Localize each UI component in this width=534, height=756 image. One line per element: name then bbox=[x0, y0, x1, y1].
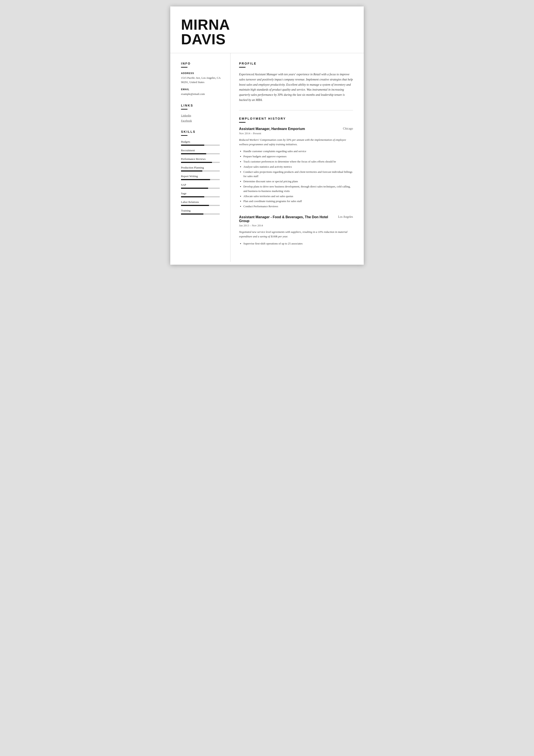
bullet-item: Allocate sales territories and set sales… bbox=[243, 194, 353, 199]
skill-bar-fill bbox=[181, 213, 203, 215]
email-value: example@email.com bbox=[181, 92, 224, 96]
main-content: PROFILE Experienced Assistant Manager wi… bbox=[230, 53, 364, 262]
links-underline bbox=[181, 109, 188, 110]
skill-bar-bg bbox=[181, 196, 220, 197]
bullet-item: Plan and coordinate training programs fo… bbox=[243, 199, 353, 203]
employment-underline bbox=[239, 122, 245, 123]
job-header: Assistant Manager - Food & Beverages, Th… bbox=[239, 215, 353, 223]
resume-document: MIRNA DAVIS INFO ADDRESS 1515 Pacific Av… bbox=[170, 7, 364, 265]
bullet-item: Track customer preferences to determine … bbox=[243, 159, 353, 164]
profile-title: PROFILE bbox=[239, 62, 353, 65]
skills-section: SKILLS Budgets Recruitment Performance R… bbox=[181, 130, 224, 215]
skill-bar-bg bbox=[181, 179, 220, 180]
header-section: MIRNA DAVIS bbox=[170, 7, 364, 53]
profile-text: Experienced Assistant Manager with ten y… bbox=[239, 72, 353, 103]
links-title: LINKS bbox=[181, 104, 224, 107]
bullet-item: Prepare budgets and approve expenses bbox=[243, 154, 353, 159]
bullet-item: Develop plans to drive new business deve… bbox=[243, 184, 353, 194]
job-entry: Assistant Manager, Hardware Emporium Chi… bbox=[239, 127, 353, 209]
candidate-name: MIRNA DAVIS bbox=[181, 17, 353, 46]
job-title: Assistant Manager - Food & Beverages, Th… bbox=[239, 215, 336, 223]
skill-name: Performance Reviews bbox=[181, 157, 224, 161]
skill-item: SAP bbox=[181, 183, 224, 189]
bullet-item: Conduct sales projections regarding prod… bbox=[243, 170, 353, 179]
profile-section: PROFILE Experienced Assistant Manager wi… bbox=[239, 62, 353, 103]
sidebar: INFO ADDRESS 1515 Pacific Ave, Los Angel… bbox=[170, 53, 230, 262]
body-section: INFO ADDRESS 1515 Pacific Ave, Los Angel… bbox=[170, 53, 364, 262]
skill-bar-bg bbox=[181, 153, 220, 154]
skill-bar-fill bbox=[181, 205, 209, 206]
job-location: Los Angeles bbox=[338, 215, 353, 219]
skill-item: Budgets bbox=[181, 140, 224, 146]
job-location: Chicago bbox=[343, 127, 353, 130]
profile-underline bbox=[239, 67, 245, 68]
skill-item: Report Writing bbox=[181, 175, 224, 180]
job-entry: Assistant Manager - Food & Beverages, Th… bbox=[239, 215, 353, 246]
skill-bar-fill bbox=[181, 145, 204, 146]
jobs-list: Assistant Manager, Hardware Emporium Chi… bbox=[239, 127, 353, 246]
info-title: INFO bbox=[181, 62, 224, 65]
address-value: 1515 Pacific Ave, Los Angeles, CA 90291,… bbox=[181, 76, 224, 84]
skill-bar-fill bbox=[181, 188, 208, 189]
job-dates: Nov 2014 – Present bbox=[239, 132, 353, 135]
bullet-item: Supervise first-shift operations of up t… bbox=[243, 241, 353, 246]
facebook-link[interactable]: Facebook bbox=[181, 119, 224, 122]
skill-item: Sage bbox=[181, 192, 224, 197]
job-dates: Jan 2013 – Nov 2014 bbox=[239, 224, 353, 227]
job-description: Reduced Workers' Compensation costs by 5… bbox=[239, 138, 353, 147]
skill-item: Recruitment bbox=[181, 149, 224, 154]
skill-bar-bg bbox=[181, 171, 220, 172]
skill-bar-fill bbox=[181, 153, 206, 154]
skills-underline bbox=[181, 135, 188, 136]
linkedin-link[interactable]: Linkedin bbox=[181, 114, 224, 117]
last-name: DAVIS bbox=[181, 31, 226, 47]
skill-name: Production Planning bbox=[181, 166, 224, 169]
job-title: Assistant Manager, Hardware Emporium bbox=[239, 127, 305, 131]
bullet-item: Analyze sales statistics and activity me… bbox=[243, 165, 353, 169]
employment-section: EMPLOYMENT HISTORY Assistant Manager, Ha… bbox=[239, 117, 353, 246]
job-description: Negotiated new service level agreements … bbox=[239, 230, 353, 239]
skill-item: Training bbox=[181, 209, 224, 215]
skill-bar-bg bbox=[181, 213, 220, 215]
skill-bar-fill bbox=[181, 196, 204, 197]
bullet-item: Determine discount rates or special pric… bbox=[243, 179, 353, 184]
skills-title: SKILLS bbox=[181, 130, 224, 133]
skill-item: Production Planning bbox=[181, 166, 224, 172]
address-label: ADDRESS bbox=[181, 72, 224, 74]
info-underline bbox=[181, 67, 188, 68]
skill-name: Training bbox=[181, 209, 224, 212]
skill-name: Report Writing bbox=[181, 175, 224, 178]
bullet-item: Handle customer complaints regarding sal… bbox=[243, 149, 353, 154]
skill-bar-fill bbox=[181, 162, 212, 163]
skill-bar-bg bbox=[181, 188, 220, 189]
links-section: LINKS Linkedin Facebook bbox=[181, 104, 224, 122]
job-header: Assistant Manager, Hardware Emporium Chi… bbox=[239, 127, 353, 131]
skill-bar-bg bbox=[181, 205, 220, 206]
employment-title: EMPLOYMENT HISTORY bbox=[239, 117, 353, 120]
first-name: MIRNA bbox=[181, 16, 230, 33]
info-section: INFO ADDRESS 1515 Pacific Ave, Los Angel… bbox=[181, 62, 224, 96]
job-bullets: Supervise first-shift operations of up t… bbox=[239, 241, 353, 246]
skill-name: Sage bbox=[181, 192, 224, 195]
skill-name: Budgets bbox=[181, 140, 224, 144]
skills-list: Budgets Recruitment Performance Reviews … bbox=[181, 140, 224, 215]
skill-name: SAP bbox=[181, 183, 224, 187]
email-label: EMAIL bbox=[181, 88, 224, 91]
skill-bar-bg bbox=[181, 162, 220, 163]
skill-item: Performance Reviews bbox=[181, 157, 224, 163]
bullet-item: Conduct Performance Reviews bbox=[243, 204, 353, 209]
skill-name: Recruitment bbox=[181, 149, 224, 152]
skill-bar-fill bbox=[181, 171, 202, 172]
skill-bar-fill bbox=[181, 179, 210, 180]
skill-item: Labor Relations bbox=[181, 200, 224, 206]
job-bullets: Handle customer complaints regarding sal… bbox=[239, 149, 353, 209]
skill-name: Labor Relations bbox=[181, 200, 224, 204]
skill-bar-bg bbox=[181, 145, 220, 146]
